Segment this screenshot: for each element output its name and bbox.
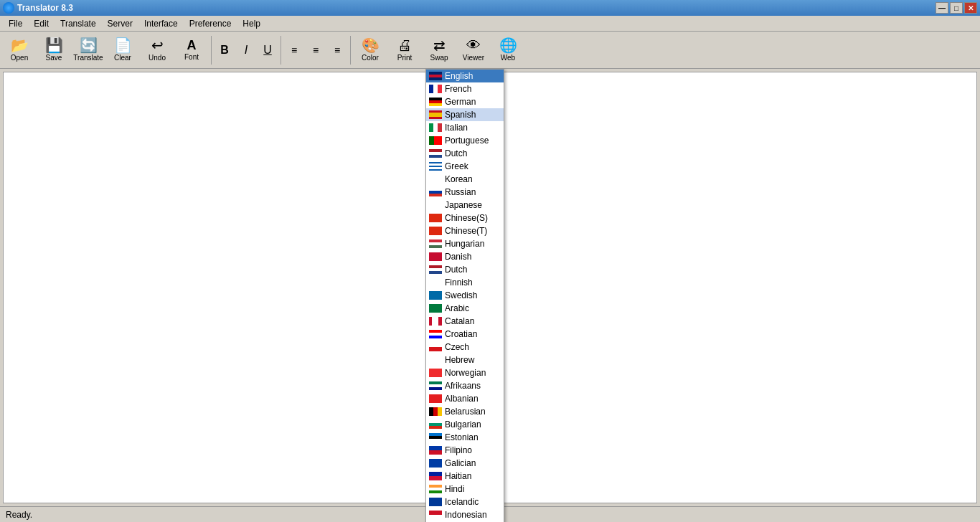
lang-item-se[interactable]: Swedish (426, 289, 504, 302)
flag-icon-id (429, 511, 442, 519)
flag-icon-tw (429, 227, 442, 235)
flag-icon-fi (429, 278, 442, 287)
lang-name-dk: Danish (445, 252, 471, 262)
lang-item-pt[interactable]: Portuguese (426, 134, 504, 147)
italic-button[interactable]: I (236, 34, 256, 67)
target-text-panel[interactable] (490, 72, 978, 503)
lang-item-es[interactable]: Spanish (426, 108, 504, 121)
font-button[interactable]: A Font (175, 34, 208, 67)
lang-name-hu: Hungarian (445, 239, 484, 249)
maximize-button[interactable]: □ (950, 2, 963, 14)
lang-item-dk[interactable]: Danish (426, 250, 504, 263)
lang-item-is[interactable]: Icelandic (426, 495, 504, 508)
close-button[interactable]: ✕ (964, 2, 977, 14)
lang-item-tw[interactable]: Chinese(T) (426, 224, 504, 237)
underline-button[interactable]: U (258, 34, 278, 67)
lang-item-ar[interactable]: Arabic (426, 302, 504, 315)
swap-icon: ⇄ (433, 38, 446, 52)
open-label: Open (11, 54, 28, 62)
lang-item-hr[interactable]: Croatian (426, 328, 504, 341)
align-center-icon: ≡ (313, 45, 319, 55)
lang-item-jp[interactable]: Japanese (426, 199, 504, 212)
lang-item-fi[interactable]: Finnish (426, 276, 504, 289)
lang-item-gl[interactable]: Galician (426, 457, 504, 470)
open-icon: 📂 (11, 38, 29, 52)
lang-item-sq[interactable]: Albanian (426, 392, 504, 405)
undo-button[interactable]: ↩ Undo (141, 34, 174, 67)
lang-item-et[interactable]: Estonian (426, 431, 504, 444)
lang-name-en: English (445, 71, 473, 81)
translate-button[interactable]: 🔄 Translate (72, 34, 105, 67)
lang-item-en[interactable]: English (426, 70, 504, 82)
app-icon (3, 2, 14, 14)
save-label: Save (46, 54, 62, 62)
undo-label: Undo (149, 54, 166, 62)
align-center-button[interactable]: ≡ (306, 34, 326, 67)
swap-button[interactable]: ⇄ Swap (423, 34, 456, 67)
menu-file[interactable]: File (3, 17, 28, 30)
lang-item-be[interactable]: Belarusian (426, 405, 504, 418)
color-label: Color (362, 54, 379, 62)
flag-icon-fr (429, 85, 442, 93)
menu-help[interactable]: Help (237, 17, 266, 30)
italic-icon: I (245, 44, 248, 56)
lang-item-bg[interactable]: Bulgarian (426, 418, 504, 431)
lang-item-gr[interactable]: Greek (426, 160, 504, 173)
minimize-button[interactable]: — (936, 2, 948, 14)
flag-icon-gl (429, 459, 442, 468)
flag-icon-en (429, 72, 442, 80)
language-dropdown[interactable]: EnglishFrenchGermanSpanishItalianPortugu… (425, 69, 504, 522)
lang-item-fr[interactable]: French (426, 82, 504, 95)
menu-interface[interactable]: Interface (138, 17, 184, 30)
lang-item-no[interactable]: Norwegian (426, 366, 504, 379)
lang-item-ht[interactable]: Haitian (426, 470, 504, 483)
lang-item-it[interactable]: Italian (426, 121, 504, 134)
lang-name-nl: Dutch (445, 148, 467, 158)
clear-button[interactable]: 📄 Clear (106, 34, 139, 67)
separator-1 (211, 36, 212, 65)
color-button[interactable]: 🎨 Color (354, 34, 387, 67)
lang-item-nl[interactable]: Dutch (426, 147, 504, 160)
lang-item-ca[interactable]: Catalan (426, 315, 504, 328)
lang-item-ru[interactable]: Russian (426, 186, 504, 199)
align-left-icon: ≡ (291, 45, 297, 55)
viewer-button[interactable]: 👁 Viewer (457, 34, 490, 67)
flag-icon-no (429, 369, 442, 377)
lang-item-de[interactable]: German (426, 95, 504, 108)
menu-server[interactable]: Server (102, 17, 138, 30)
menu-preference[interactable]: Preference (184, 17, 237, 30)
web-button[interactable]: 🌐 Web (491, 34, 524, 67)
align-right-icon: ≡ (334, 45, 340, 55)
menu-edit[interactable]: Edit (28, 17, 55, 30)
flag-icon-kr (429, 175, 442, 184)
align-left-button[interactable]: ≡ (284, 34, 304, 67)
flag-icon-jp (429, 201, 442, 209)
open-button[interactable]: 📂 Open (3, 34, 36, 67)
lang-name-fi: Finnish (445, 277, 473, 288)
flag-icon-is (429, 498, 442, 506)
lang-item-kr[interactable]: Korean (426, 173, 504, 186)
source-text-panel[interactable] (3, 72, 490, 503)
lang-item-ph[interactable]: Filipino (426, 444, 504, 457)
menu-translate[interactable]: Translate (55, 17, 102, 30)
lang-item-hu[interactable]: Hungarian (426, 237, 504, 250)
flag-icon-es (429, 110, 442, 119)
lang-item-cn[interactable]: Chinese(S) (426, 212, 504, 224)
lang-item-hi[interactable]: Hindi (426, 483, 504, 495)
save-button[interactable]: 💾 Save (37, 34, 70, 67)
lang-item-he[interactable]: Hebrew (426, 353, 504, 366)
lang-name-cz: Czech (445, 342, 469, 352)
align-right-button[interactable]: ≡ (327, 34, 347, 67)
lang-name-de: German (445, 97, 476, 107)
lang-name-jp: Japanese (445, 200, 482, 210)
lang-item-nl2[interactable]: Dutch (426, 263, 504, 276)
print-button[interactable]: 🖨 Print (388, 34, 421, 67)
lang-name-et: Estonian (445, 432, 479, 442)
print-icon: 🖨 (397, 38, 412, 52)
lang-name-es: Spanish (445, 110, 476, 120)
lang-item-cz[interactable]: Czech (426, 341, 504, 353)
lang-item-af[interactable]: Afrikaans (426, 379, 504, 392)
lang-item-id[interactable]: Indonesian (426, 508, 504, 521)
lang-name-be: Belarusian (445, 407, 486, 417)
bold-button[interactable]: B (215, 34, 235, 67)
